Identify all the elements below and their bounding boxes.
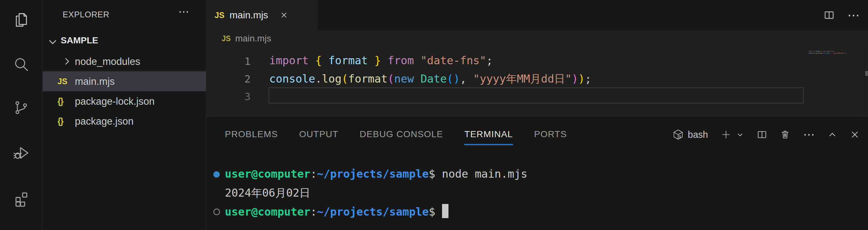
more-actions-icon[interactable]: ⋯ [847,9,860,21]
code-text: import { format } from "date-fns"; [269,54,493,67]
breadcrumb-label: main.mjs [235,33,271,44]
code-line-1[interactable]: 1 import { format } from "date-fns"; [206,52,868,70]
close-tab-icon[interactable] [280,11,288,19]
tab-debug-console[interactable]: DEBUG CONSOLE [360,129,443,145]
js-file-icon: JS [58,77,67,86]
editor-tab-bar: JS main.mjs ⋯ [206,0,868,30]
json-file-icon: {} [58,116,63,126]
activity-bar [0,0,43,230]
js-file-icon: JS [215,10,224,20]
maximize-panel-icon[interactable] [828,130,837,139]
scrollbar-thumb[interactable] [865,71,868,76]
sidebar-item-main-mjs[interactable]: JS main.mjs [43,71,206,91]
breadcrumb[interactable]: JS main.mjs [206,30,868,47]
tab-main-mjs[interactable]: JS main.mjs [206,0,317,30]
chevron-right-icon [63,57,72,66]
new-terminal-icon[interactable] [721,129,731,140]
editor-actions: ⋯ [824,0,860,30]
tab-problems[interactable]: PROBLEMS [225,129,278,145]
terminal-command-line[interactable]: user@computer:~/projects/sample$ node ma… [206,165,868,184]
line-number: 1 [235,55,251,67]
terminal-cursor [442,204,448,218]
explorer-sidebar: EXPLORER ⋯ SAMPLE node_modules JS main.m… [43,0,206,230]
sidebar-item-package-json[interactable]: {} package.json [43,111,206,131]
kill-terminal-icon[interactable] [780,129,790,140]
section-label: SAMPLE [61,35,98,45]
terminal-toolbar: $ bash ⋯ [672,128,860,141]
sidebar-section-sample[interactable]: SAMPLE [43,32,206,50]
split-editor-icon[interactable] [824,10,835,21]
extensions-icon[interactable] [13,190,30,207]
line-number: 3 [235,91,251,103]
run-debug-icon[interactable] [13,144,30,161]
terminal-dropdown-icon[interactable] [736,131,744,138]
file-label: main.mjs [75,76,115,87]
close-panel-icon[interactable] [850,130,860,139]
tab-label: main.mjs [230,10,268,21]
panel-more-icon[interactable]: ⋯ [803,128,815,141]
file-label: package-lock.json [75,96,155,107]
panel-tabs: PROBLEMS OUTPUT DEBUG CONSOLE TERMINAL P… [225,129,567,145]
tab-terminal[interactable]: TERMINAL [464,129,513,145]
explorer-title: EXPLORER [63,10,110,20]
sidebar-item-package-lock-json[interactable]: {} package-lock.json [43,91,206,111]
source-control-icon[interactable] [13,99,30,116]
bash-icon: $ [672,129,684,140]
minimap[interactable]: import { format } from "date-fns"; conso… [809,51,854,54]
terminal-output-line: 2024年06月02日 [206,184,868,202]
line-number: 2 [235,73,251,85]
file-label: package.json [75,116,134,127]
current-line-highlight [269,87,804,103]
js-file-icon: JS [222,34,231,43]
explorer-icon[interactable] [13,11,30,28]
explorer-more-icon[interactable]: ⋯ [178,5,189,18]
code-text: console.log(format(new Date(), "yyyy年MM月… [269,72,591,87]
shell-label: bash [688,129,708,140]
file-label: node_modules [75,56,140,67]
json-file-icon: {} [58,96,63,106]
search-icon[interactable] [13,56,30,73]
terminal-prompt-line[interactable]: user@computer:~/projects/sample$ [206,202,868,220]
svg-text:$: $ [679,135,681,138]
vscode-window: EXPLORER ⋯ SAMPLE node_modules JS main.m… [0,0,868,230]
command-decoration-icon[interactable] [213,171,220,178]
shell-selector[interactable]: $ bash [672,129,708,140]
tab-ports[interactable]: PORTS [534,129,567,145]
chevron-down-icon [48,37,58,47]
split-terminal-icon[interactable] [757,129,767,140]
prompt-decoration-icon [213,208,220,215]
tab-output[interactable]: OUTPUT [299,129,338,145]
sidebar-item-node-modules[interactable]: node_modules [43,52,206,71]
code-line-2[interactable]: 2 console.log(format(new Date(), "yyyy年M… [206,70,868,87]
